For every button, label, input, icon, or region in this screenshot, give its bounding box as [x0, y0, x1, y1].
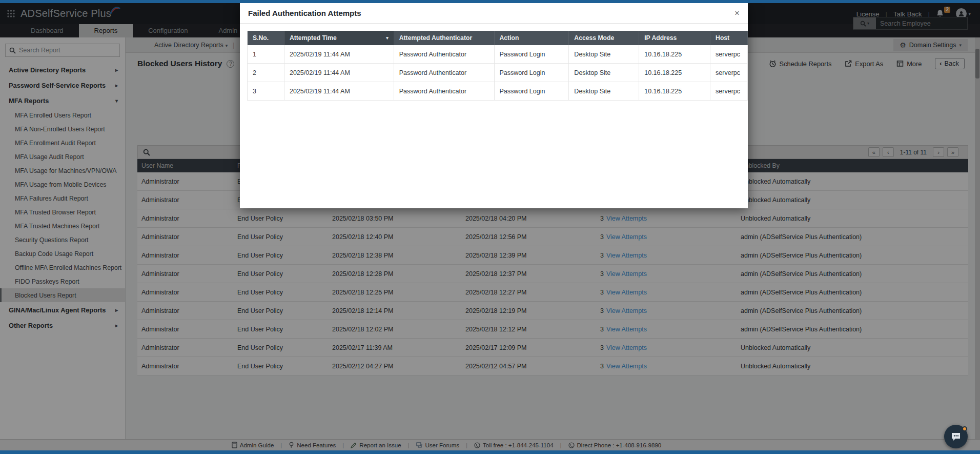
modal-table-cell: serverpc [710, 45, 748, 63]
modal-column-header-access-mode[interactable]: Access Mode [569, 31, 639, 45]
modal-table-cell: 2025/02/19 11:44 AM [284, 82, 394, 100]
modal-column-header-attempted-time[interactable]: Attempted Time▾ [284, 31, 394, 45]
modal-column-header-ip-address[interactable]: IP Address [639, 31, 710, 45]
modal-header: Failed Authentication Attempts × [240, 3, 748, 24]
modal-column-header-s-no[interactable]: S.No. [248, 31, 284, 45]
modal-title: Failed Authentication Attempts [248, 9, 361, 17]
modal-table-cell: 3 [248, 82, 284, 100]
modal-table-body: 12025/02/19 11:44 AMPassword Authenticat… [247, 45, 748, 101]
modal-table-cell: Password Authenticator [394, 64, 495, 82]
modal-column-header-action[interactable]: Action [495, 31, 569, 45]
modal-table-cell: 10.16.18.225 [639, 82, 710, 100]
modal-table-cell: Desktop Site [569, 82, 639, 100]
modal-table-cell: Password Login [495, 64, 569, 82]
modal-column-header-attempted-authenticator[interactable]: Attempted Authenticator [394, 31, 495, 45]
modal-table-cell: Password Authenticator [394, 45, 495, 63]
modal-table-cell: 10.16.18.225 [639, 45, 710, 63]
modal-table-cell: serverpc [710, 82, 748, 100]
chat-widget-button[interactable] [944, 425, 968, 448]
sort-descending-icon: ▾ [386, 35, 389, 41]
modal-table-cell: Desktop Site [569, 64, 639, 82]
close-icon[interactable]: × [734, 9, 740, 17]
modal-table-cell: serverpc [710, 64, 748, 82]
modal-table-cell: 2025/02/19 11:44 AM [284, 45, 394, 63]
failed-attempts-table: S.No.Attempted Time▾Attempted Authentica… [247, 31, 748, 101]
modal-column-header-host[interactable]: Host [710, 31, 748, 45]
modal-table-cell: Password Login [495, 82, 569, 100]
modal-table-cell: Password Authenticator [394, 82, 495, 100]
modal-table-header-row: S.No.Attempted Time▾Attempted Authentica… [247, 31, 748, 45]
modal-table-cell: Desktop Site [569, 45, 639, 63]
modal-table-cell: Password Login [495, 45, 569, 63]
bottom-accent-strip [0, 450, 980, 454]
modal-table-cell: 2025/02/19 11:44 AM [284, 64, 394, 82]
modal-table-cell: 10.16.18.225 [639, 64, 710, 82]
modal-table-cell: 2 [248, 64, 284, 82]
modal-table-row: 32025/02/19 11:44 AMPassword Authenticat… [248, 82, 748, 101]
failed-auth-attempts-modal: Failed Authentication Attempts × S.No.At… [240, 3, 748, 208]
top-accent-strip [0, 0, 980, 3]
modal-table-cell: 1 [248, 45, 284, 63]
modal-table-row: 22025/02/19 11:44 AMPassword Authenticat… [248, 64, 748, 82]
chat-notification-dot [962, 426, 967, 431]
modal-table-row: 12025/02/19 11:44 AMPassword Authenticat… [248, 45, 748, 64]
